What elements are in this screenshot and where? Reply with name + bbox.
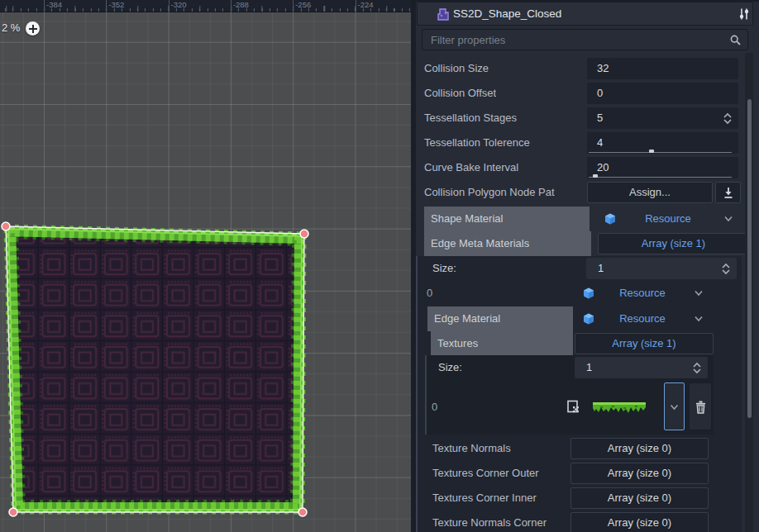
highlighted-label-cell: Edge Meta Materials	[424, 231, 591, 256]
resource-value: Resource	[576, 283, 709, 304]
property-row: Texture Normals Array (size 0)	[418, 436, 742, 461]
resource-value: Resource	[576, 308, 709, 330]
property-row: Tessellation Stages	[422, 106, 748, 131]
slider-track[interactable]	[589, 152, 732, 153]
ruler-major-tick: -256	[293, 0, 294, 12]
point-handle-top-left[interactable]	[2, 222, 10, 230]
property-label: Textures Corner Outer	[432, 461, 539, 486]
ruler-major-tick: -288	[231, 0, 232, 12]
array-size-field[interactable]: 1	[575, 357, 708, 378]
property-row: Textures Corner Outer Array (size 0)	[418, 461, 742, 486]
point-handle-bottom-right[interactable]	[298, 508, 307, 516]
property-label: Shape Material	[424, 207, 590, 231]
texture-item-row: 0	[427, 380, 714, 435]
collision-offset-input[interactable]	[597, 83, 713, 102]
editor-window: -384 -352 -320 -288 -256 -224 2 %	[0, 0, 759, 532]
textures-corner-outer-array-button[interactable]: Array (size 0)	[570, 463, 709, 484]
delete-texture-button[interactable]	[689, 382, 712, 430]
array-size-field[interactable]: 1	[586, 258, 737, 279]
scrollbar-grabber[interactable]	[747, 99, 752, 418]
picker-icon	[723, 187, 734, 199]
ruler-label: -352	[108, 0, 124, 9]
property-label: Curve Bake Interval	[424, 155, 518, 180]
grass-texture-preview[interactable]	[593, 402, 646, 413]
resource-value: Resource	[598, 208, 738, 230]
tessellation-tolerence-input[interactable]	[597, 133, 713, 151]
spinner-updown-icon[interactable]	[720, 263, 732, 275]
property-row: Collision Offset	[422, 81, 748, 106]
edit-texture-icon[interactable]	[566, 400, 580, 414]
filter-properties-box	[422, 29, 748, 50]
horizontal-ruler: -384 -352 -320 -288 -256 -224	[0, 0, 411, 12]
point-handle-bottom-left[interactable]	[9, 508, 17, 516]
chevron-down-icon	[723, 215, 733, 223]
ruler-major-tick: -320	[169, 0, 169, 12]
highlighted-label-cell: Shape Material	[424, 207, 590, 231]
property-row: Shape Material Resource	[422, 207, 748, 231]
tune-sliders-icon[interactable]	[738, 7, 751, 21]
ruler-label: -256	[295, 0, 311, 9]
texture-normals-array-button[interactable]: Array (size 0)	[570, 438, 709, 459]
slider-grabber[interactable]	[593, 174, 598, 178]
collision-size-field[interactable]	[587, 58, 738, 79]
nodepath-picker-button[interactable]	[715, 182, 741, 203]
chevron-down-icon	[694, 289, 704, 297]
edge-meta-materials-array-button[interactable]: Array (size 1)	[598, 233, 749, 254]
array-item-index: 0	[427, 281, 432, 306]
property-label: Textures	[431, 331, 573, 356]
array-section-textures: Size: 1 0	[425, 355, 714, 435]
textures-array-button[interactable]: Array (size 1)	[575, 333, 714, 354]
property-row: Edge Meta Materials Array (size 1)	[422, 231, 748, 256]
point-handle-top-right[interactable]	[300, 230, 308, 238]
shape-node-icon	[436, 7, 450, 21]
property-label: Tessellation Tolerence	[424, 131, 530, 155]
texture-normals-corner-array-button[interactable]: Array (size 0)	[570, 512, 709, 532]
ruler-major-tick: -384	[44, 0, 45, 12]
spinner-updown-icon[interactable]	[691, 362, 703, 374]
tessellation-tolerence-field[interactable]	[587, 132, 738, 154]
inspector-scrollbar[interactable]	[745, 53, 753, 532]
inspector-panel: SS2D_Shape_Closed Collision Size	[411, 0, 759, 532]
collision-size-input[interactable]	[597, 59, 713, 77]
shape-material-resource-button[interactable]: Resource	[598, 208, 738, 230]
property-label: Collision Polygon Node Pat	[424, 180, 555, 205]
smartshape-shape[interactable]	[0, 12, 411, 532]
property-row: Textures Array (size 1)	[418, 331, 742, 355]
ruler-major-tick: -352	[106, 0, 107, 12]
slider-grabber[interactable]	[649, 150, 654, 153]
property-label: Texture Normals	[432, 436, 511, 461]
highlighted-label-cell: Textures	[431, 331, 573, 355]
highlighted-label-cell: Edge Material	[427, 306, 573, 331]
ruler-major-tick: -224	[356, 0, 356, 12]
assign-nodepath-button[interactable]: Assign...	[587, 182, 713, 203]
array-size-row: Size: 1	[427, 355, 714, 380]
texture-dropdown-button[interactable]	[664, 382, 685, 430]
array-size-value: 1	[586, 357, 592, 378]
property-row: Edge Material Resource	[418, 306, 742, 331]
property-row: Curve Bake Interval	[422, 155, 748, 180]
tessellation-stages-input[interactable]	[597, 108, 713, 126]
edge-material-resource-button[interactable]: Resource	[576, 308, 709, 330]
curve-bake-interval-input[interactable]	[597, 158, 713, 176]
property-row: Collision Polygon Node Pat Assign...	[422, 180, 748, 205]
textures-corner-inner-array-button[interactable]: Array (size 0)	[570, 487, 709, 509]
array-section-edge-meta: Size: 1 0 Reso	[416, 256, 742, 532]
array-size-row: Size: 1	[418, 256, 742, 281]
inspector-header: SS2D_Shape_Closed	[417, 2, 753, 26]
chevron-down-icon	[669, 403, 680, 411]
spinner-updown-icon[interactable]	[722, 112, 733, 125]
collision-offset-field[interactable]	[587, 83, 738, 104]
property-row: Texture Normals Corner Array (size 0)	[418, 511, 742, 532]
array-item-index: 0	[432, 395, 437, 420]
size-label: Size:	[432, 256, 456, 281]
filter-properties-input[interactable]	[429, 31, 723, 49]
ruler-label: -288	[233, 0, 249, 9]
slider-track[interactable]	[589, 177, 732, 178]
edge-meta-item-resource-button[interactable]: Resource	[576, 283, 709, 304]
property-label: Collision Offset	[424, 81, 496, 106]
array-item-row: 0 Resource	[418, 281, 742, 306]
canvas-viewport[interactable]: 2 %	[0, 12, 411, 532]
tessellation-stages-field[interactable]	[587, 107, 738, 129]
ruler-label: -384	[46, 0, 62, 9]
curve-bake-interval-field[interactable]	[587, 157, 738, 178]
